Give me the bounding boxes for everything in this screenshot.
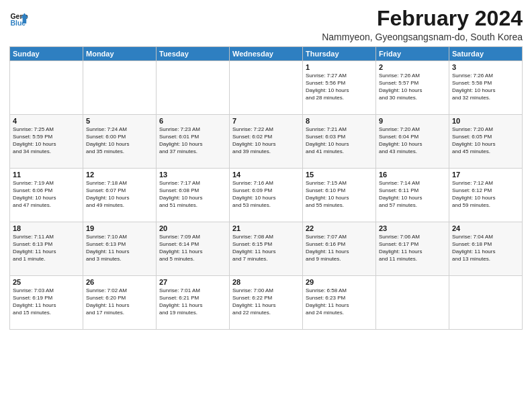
day-number: 1: [306, 63, 373, 71]
week-row-5: 25Sunrise: 7:03 AM Sunset: 6:19 PM Dayli…: [10, 276, 523, 330]
week-row-3: 11Sunrise: 7:19 AM Sunset: 6:06 PM Dayli…: [10, 169, 523, 222]
day-number: 8: [306, 117, 373, 125]
calendar-cell: [157, 61, 230, 115]
calendar-cell: [376, 276, 449, 330]
day-number: 22: [306, 224, 373, 232]
calendar-cell: 9Sunrise: 7:20 AM Sunset: 6:04 PM Daylig…: [376, 115, 449, 169]
calendar-cell: 13Sunrise: 7:17 AM Sunset: 6:08 PM Dayli…: [157, 169, 230, 222]
day-number: 24: [452, 224, 519, 232]
day-number: 25: [13, 278, 80, 286]
day-info: Sunrise: 7:12 AM Sunset: 6:12 PM Dayligh…: [452, 180, 519, 209]
day-number: 9: [379, 117, 446, 125]
day-number: 19: [86, 224, 153, 232]
day-info: Sunrise: 7:18 AM Sunset: 6:07 PM Dayligh…: [86, 180, 153, 209]
day-number: 3: [452, 63, 519, 71]
day-number: 5: [86, 117, 153, 125]
day-info: Sunrise: 7:20 AM Sunset: 6:05 PM Dayligh…: [452, 126, 519, 155]
day-number: 23: [379, 224, 446, 232]
calendar-cell: 23Sunrise: 7:06 AM Sunset: 6:17 PM Dayli…: [376, 222, 449, 276]
day-number: 11: [13, 171, 80, 179]
calendar-cell: 7Sunrise: 7:22 AM Sunset: 6:02 PM Daylig…: [230, 115, 303, 169]
calendar-cell: 10Sunrise: 7:20 AM Sunset: 6:05 PM Dayli…: [449, 115, 523, 169]
day-info: Sunrise: 7:06 AM Sunset: 6:17 PM Dayligh…: [379, 234, 446, 263]
day-info: Sunrise: 7:15 AM Sunset: 6:10 PM Dayligh…: [306, 180, 373, 209]
calendar-cell: 18Sunrise: 7:11 AM Sunset: 6:13 PM Dayli…: [10, 222, 83, 276]
day-info: Sunrise: 7:09 AM Sunset: 6:14 PM Dayligh…: [159, 234, 226, 263]
day-number: 7: [232, 117, 300, 125]
calendar-cell: 24Sunrise: 7:04 AM Sunset: 6:18 PM Dayli…: [449, 222, 523, 276]
calendar-cell: 29Sunrise: 6:58 AM Sunset: 6:23 PM Dayli…: [303, 276, 376, 330]
th-sunday: Sunday: [10, 47, 83, 61]
day-info: Sunrise: 7:27 AM Sunset: 5:56 PM Dayligh…: [306, 73, 373, 101]
day-number: 6: [159, 117, 226, 125]
day-info: Sunrise: 7:23 AM Sunset: 6:01 PM Dayligh…: [159, 126, 226, 155]
day-info: Sunrise: 7:20 AM Sunset: 6:04 PM Dayligh…: [379, 126, 446, 155]
week-row-2: 4Sunrise: 7:25 AM Sunset: 5:59 PM Daylig…: [10, 115, 523, 169]
week-row-4: 18Sunrise: 7:11 AM Sunset: 6:13 PM Dayli…: [10, 222, 523, 276]
day-number: 4: [13, 117, 80, 125]
calendar-cell: [10, 61, 83, 115]
day-number: 21: [232, 224, 300, 232]
page: General Blue February 2024 Nammyeon, Gye…: [0, 0, 532, 334]
header-row: Sunday Monday Tuesday Wednesday Thursday…: [10, 47, 523, 61]
logo-icon: General Blue: [9, 9, 28, 28]
day-number: 15: [306, 171, 373, 179]
calendar-cell: 17Sunrise: 7:12 AM Sunset: 6:12 PM Dayli…: [449, 169, 523, 222]
calendar-cell: 20Sunrise: 7:09 AM Sunset: 6:14 PM Dayli…: [157, 222, 230, 276]
calendar-cell: 21Sunrise: 7:08 AM Sunset: 6:15 PM Dayli…: [230, 222, 303, 276]
day-info: Sunrise: 7:16 AM Sunset: 6:09 PM Dayligh…: [232, 180, 300, 209]
th-wednesday: Wednesday: [230, 47, 303, 61]
calendar-cell: 2Sunrise: 7:26 AM Sunset: 5:57 PM Daylig…: [376, 61, 449, 115]
calendar-cell: 5Sunrise: 7:24 AM Sunset: 6:00 PM Daylig…: [83, 115, 157, 169]
calendar-cell: 12Sunrise: 7:18 AM Sunset: 6:07 PM Dayli…: [83, 169, 157, 222]
week-row-1: 1Sunrise: 7:27 AM Sunset: 5:56 PM Daylig…: [10, 61, 523, 115]
calendar-table: Sunday Monday Tuesday Wednesday Thursday…: [9, 46, 523, 330]
day-number: 16: [379, 171, 446, 179]
day-info: Sunrise: 7:08 AM Sunset: 6:15 PM Dayligh…: [232, 234, 300, 263]
day-number: 29: [306, 278, 373, 286]
day-info: Sunrise: 7:26 AM Sunset: 5:58 PM Dayligh…: [452, 73, 519, 101]
day-info: Sunrise: 7:25 AM Sunset: 5:59 PM Dayligh…: [13, 126, 80, 155]
day-number: 26: [86, 278, 153, 286]
calendar-cell: 28Sunrise: 7:00 AM Sunset: 6:22 PM Dayli…: [230, 276, 303, 330]
day-number: 20: [159, 224, 226, 232]
calendar-cell: 6Sunrise: 7:23 AM Sunset: 6:01 PM Daylig…: [157, 115, 230, 169]
day-number: 18: [13, 224, 80, 232]
day-info: Sunrise: 7:14 AM Sunset: 6:11 PM Dayligh…: [379, 180, 446, 209]
subtitle: Nammyeon, Gyeongsangsnam-do, South Korea: [322, 32, 523, 42]
calendar-cell: 11Sunrise: 7:19 AM Sunset: 6:06 PM Dayli…: [10, 169, 83, 222]
logo: General Blue: [9, 9, 28, 28]
day-info: Sunrise: 6:58 AM Sunset: 6:23 PM Dayligh…: [306, 287, 373, 316]
day-number: 10: [452, 117, 519, 125]
th-saturday: Saturday: [449, 47, 523, 61]
day-info: Sunrise: 7:11 AM Sunset: 6:13 PM Dayligh…: [13, 234, 80, 263]
day-info: Sunrise: 7:21 AM Sunset: 6:03 PM Dayligh…: [306, 126, 373, 155]
day-info: Sunrise: 7:00 AM Sunset: 6:22 PM Dayligh…: [232, 287, 300, 316]
th-monday: Monday: [83, 47, 157, 61]
day-info: Sunrise: 7:02 AM Sunset: 6:20 PM Dayligh…: [86, 287, 153, 316]
day-number: 12: [86, 171, 153, 179]
calendar-cell: 1Sunrise: 7:27 AM Sunset: 5:56 PM Daylig…: [303, 61, 376, 115]
calendar-cell: 27Sunrise: 7:01 AM Sunset: 6:21 PM Dayli…: [157, 276, 230, 330]
day-info: Sunrise: 7:19 AM Sunset: 6:06 PM Dayligh…: [13, 180, 80, 209]
day-number: 28: [232, 278, 300, 286]
calendar-cell: 8Sunrise: 7:21 AM Sunset: 6:03 PM Daylig…: [303, 115, 376, 169]
title-block: February 2024 Nammyeon, Gyeongsangsnam-d…: [322, 7, 523, 42]
th-tuesday: Tuesday: [157, 47, 230, 61]
calendar-cell: 25Sunrise: 7:03 AM Sunset: 6:19 PM Dayli…: [10, 276, 83, 330]
day-number: 27: [159, 278, 226, 286]
day-info: Sunrise: 7:10 AM Sunset: 6:13 PM Dayligh…: [86, 234, 153, 263]
day-number: 2: [379, 63, 446, 71]
calendar-cell: 14Sunrise: 7:16 AM Sunset: 6:09 PM Dayli…: [230, 169, 303, 222]
main-title: February 2024: [322, 7, 523, 30]
calendar-cell: [230, 61, 303, 115]
calendar-cell: 26Sunrise: 7:02 AM Sunset: 6:20 PM Dayli…: [83, 276, 157, 330]
calendar-cell: 19Sunrise: 7:10 AM Sunset: 6:13 PM Dayli…: [83, 222, 157, 276]
day-info: Sunrise: 7:26 AM Sunset: 5:57 PM Dayligh…: [379, 73, 446, 101]
th-thursday: Thursday: [303, 47, 376, 61]
th-friday: Friday: [376, 47, 449, 61]
calendar-cell: 3Sunrise: 7:26 AM Sunset: 5:58 PM Daylig…: [449, 61, 523, 115]
calendar-cell: 4Sunrise: 7:25 AM Sunset: 5:59 PM Daylig…: [10, 115, 83, 169]
day-info: Sunrise: 7:04 AM Sunset: 6:18 PM Dayligh…: [452, 234, 519, 263]
calendar-cell: [449, 276, 523, 330]
